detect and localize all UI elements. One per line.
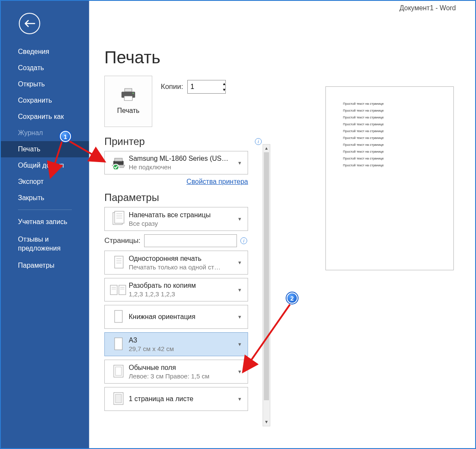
onesided-icon [108, 254, 129, 271]
svg-rect-23 [115, 338, 122, 350]
annotation-callout-1: 1 [60, 131, 71, 142]
chevron-down-icon: ▼ [237, 342, 244, 347]
sidebar-item-Создать[interactable]: Создать [1, 60, 89, 76]
back-arrow-icon [24, 19, 35, 28]
printer-status: Не подключен [129, 163, 237, 171]
sidebar-item-Параметры[interactable]: Параметры [1, 257, 89, 275]
preview-text-line: Простой текст на странице [343, 163, 436, 167]
setting-line1: Книжная ориентация [129, 313, 237, 321]
preview-text-line: Простой текст на странице [343, 143, 436, 147]
setting-dropdown-2[interactable]: Разобрать по копиям1,2,3 1,2,3 1,2,3▼ [104, 278, 248, 301]
annotation-callout-2: 2 [287, 292, 298, 304]
setting-line1: Разобрать по копиям [129, 282, 237, 289]
scroll-up-icon[interactable]: ▲ [263, 145, 270, 152]
svg-rect-2 [124, 96, 133, 100]
preview-page: Простой текст на страницеПростой текст н… [325, 86, 454, 270]
settings-scrollbar[interactable]: ▲ ▼ [263, 144, 270, 426]
chevron-down-icon: ▼ [237, 260, 244, 265]
setting-dropdown-3[interactable]: Книжная ориентация▼ [104, 305, 248, 329]
printer-icon [120, 88, 136, 101]
page-title: Печать [104, 48, 263, 67]
spinner-down-icon[interactable]: ▼ [221, 87, 228, 93]
portrait-icon [108, 309, 129, 325]
setting-line1: 1 страница на листе [129, 395, 237, 403]
svg-point-3 [133, 93, 134, 94]
chevron-down-icon: ▼ [237, 216, 244, 222]
sidebar-item-Сохранить как[interactable]: Сохранить как [1, 109, 89, 125]
preview-text-line: Простой текст на странице [343, 129, 436, 133]
backstage-sidebar: СведенияСоздатьОткрытьСохранитьСохранить… [1, 1, 89, 448]
sidebar-item-Общий доступ[interactable]: Общий доступ [1, 157, 89, 174]
setting-line2: 1,2,3 1,2,3 1,2,3 [129, 290, 237, 298]
chevron-down-icon: ▼ [237, 287, 244, 292]
svg-point-6 [113, 164, 119, 169]
copies-input[interactable] [187, 80, 226, 94]
sidebar-item-Отзывы и предложения[interactable]: Отзывы ипредложения [1, 231, 89, 257]
svg-rect-17 [119, 285, 126, 295]
svg-rect-8 [115, 211, 124, 223]
chevron-down-icon: ▼ [237, 160, 244, 165]
svg-rect-5 [115, 158, 122, 161]
print-button-label: Печать [117, 107, 139, 115]
pages-label: Страницы: [104, 236, 141, 245]
margins-icon [108, 363, 129, 380]
sidebar-item-Учетная запись[interactable]: Учетная запись [1, 213, 89, 231]
setting-line1: A3 [129, 337, 237, 344]
settings-section-title: Параметры [104, 192, 159, 204]
setting-dropdown-4[interactable]: A329,7 см x 42 см▼ [104, 332, 248, 356]
setting-line2: 29,7 см x 42 см [129, 345, 237, 352]
printer-section-title: Принтер [104, 136, 145, 148]
preview-text-line: Простой текст на странице [343, 109, 436, 112]
setting-line2: Печатать только на одной ст… [129, 263, 237, 271]
preview-text-line: Простой текст на странице [343, 102, 436, 106]
print-preview: Простой текст на страницеПростой текст н… [272, 1, 475, 448]
sidebar-item-Сведения[interactable]: Сведения [1, 44, 89, 60]
info-icon[interactable]: i [255, 138, 262, 145]
collate-icon [108, 284, 129, 296]
sidebar-item-Экспорт[interactable]: Экспорт [1, 174, 89, 190]
preview-text-line: Простой текст на странице [343, 150, 436, 154]
print-button[interactable]: Печать [104, 76, 152, 127]
pages-input[interactable] [144, 234, 237, 247]
copies-label: Копии: [161, 83, 183, 91]
printer-properties-link[interactable]: Свойства принтера [104, 178, 248, 186]
preview-text-line: Простой текст на странице [343, 136, 436, 140]
preview-text-line: Простой текст на странице [343, 115, 436, 119]
setting-dropdown-6[interactable]: 1 страница на листе▼ [104, 387, 248, 411]
printer-name: Samsung ML-1860 Series (US… [129, 155, 237, 162]
svg-rect-0 [125, 89, 132, 92]
scroll-down-icon[interactable]: ▼ [263, 418, 270, 426]
main-panel: Документ1 - Word Печать Печать Копии: [89, 1, 475, 448]
svg-rect-27 [115, 394, 121, 403]
setting-dropdown-5[interactable]: Обычные поляЛевое: 3 см Правое: 1,5 см▼ [104, 360, 248, 384]
back-button[interactable] [19, 13, 40, 34]
chevron-down-icon: ▼ [237, 369, 244, 374]
setting-line2: Левое: 3 см Правое: 1,5 см [129, 372, 237, 380]
setting-line1: Односторонняя печать [129, 255, 237, 263]
pages-icon [108, 211, 129, 227]
sidebar-item-Открыть[interactable]: Открыть [1, 76, 89, 92]
setting-line1: Обычные поля [129, 364, 237, 372]
sidebar-item-Журнал: Журнал [1, 125, 89, 141]
setting-dropdown-1[interactable]: Односторонняя печатьПечатать только на о… [104, 251, 248, 275]
info-icon[interactable]: i [240, 237, 247, 244]
spinner-up-icon[interactable]: ▲ [221, 81, 228, 87]
sidebar-item-Печать[interactable]: Печать [1, 141, 89, 157]
printer-dropdown[interactable]: Samsung ML-1860 Series (US… Не подключен… [104, 151, 248, 174]
sidebar-divider [18, 210, 72, 210]
preview-text-line: Простой текст на странице [343, 157, 436, 160]
setting-line2: Все сразу [129, 220, 237, 227]
scroll-thumb[interactable] [264, 152, 269, 400]
sidebar-item-Закрыть[interactable]: Закрыть [1, 190, 89, 206]
svg-rect-16 [110, 285, 117, 295]
copies-spinner[interactable]: ▲ ▼ [221, 81, 228, 93]
sidebar-item-Сохранить[interactable]: Сохранить [1, 92, 89, 109]
onesheet-icon [108, 391, 129, 407]
setting-dropdown-0[interactable]: Напечатать все страницыВсе сразу▼ [104, 207, 248, 231]
svg-rect-12 [115, 256, 123, 268]
printer-device-icon [111, 157, 126, 169]
chevron-down-icon: ▼ [237, 314, 244, 319]
paper-icon [108, 336, 129, 352]
title-bar: Документ1 - Word [89, 4, 456, 12]
setting-line1: Напечатать все страницы [129, 211, 237, 219]
